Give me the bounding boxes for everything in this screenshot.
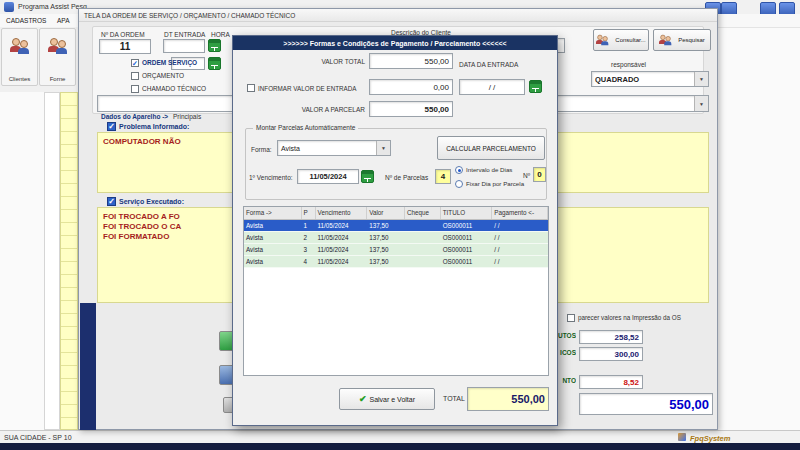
- service-label: Serviço Executado:: [119, 198, 184, 205]
- toolbar-clientes-button[interactable]: Clientes: [1, 28, 38, 86]
- tab-main[interactable]: Principais: [173, 113, 201, 120]
- ordem-servico-checkbox[interactable]: ✓: [131, 59, 139, 67]
- chamado-tecnico-checkbox[interactable]: [131, 85, 139, 93]
- toolbar-button-label: Clientes: [2, 76, 37, 82]
- table-cell: Avista: [244, 244, 302, 255]
- app-toolbar: Clientes Forne: [0, 27, 78, 92]
- services-total-field: 300,00: [579, 347, 643, 361]
- table-cell: 1: [302, 220, 316, 231]
- parcelas-table-body: Avista111/05/2024137,50OS000011/ /Avista…: [244, 220, 548, 268]
- total-row-label-fragment: NTO: [558, 377, 576, 384]
- valor-total-label: VALOR TOTAL: [273, 58, 365, 65]
- entrada-value-field[interactable]: 0,00: [369, 79, 453, 95]
- table-header[interactable]: Forma ->: [244, 207, 302, 219]
- service-order-titlebar[interactable]: TELA DA ORDEM DE SERVIÇO / ORÇAMENTO / C…: [79, 9, 717, 22]
- intervalo-dias-radio[interactable]: [455, 166, 463, 174]
- table-cell: 11/05/2024: [316, 220, 368, 231]
- table-row[interactable]: Avista211/05/2024137,50OS000011/ /: [244, 232, 548, 244]
- table-header[interactable]: TITULO: [441, 207, 493, 219]
- calendar-icon[interactable]: [208, 57, 221, 70]
- parcelas-table-header: Forma ->PVencimentoValorChequeTITULOPaga…: [244, 207, 548, 220]
- problem-checkbox[interactable]: ✓: [107, 122, 116, 131]
- table-header[interactable]: Pagamento <-: [492, 207, 548, 219]
- table-cell: / /: [492, 244, 548, 255]
- entry-date-label: DT ENTRADA: [164, 31, 205, 38]
- hide-values-checkbox[interactable]: [567, 314, 575, 322]
- fixar-dia-radio[interactable]: [455, 180, 463, 188]
- responsible-value: QUADRADO: [595, 75, 639, 84]
- informar-entrada-label: INFORMAR VALOR DE ENTRADA: [258, 85, 357, 92]
- table-header[interactable]: Valor: [367, 207, 405, 219]
- tab-device-data[interactable]: Dados do Aparelho ->: [101, 113, 168, 120]
- table-cell: OS000011: [441, 244, 493, 255]
- table-cell: Avista: [244, 232, 302, 243]
- table-header[interactable]: Vencimento: [316, 207, 368, 219]
- table-cell: 137,50: [367, 220, 405, 231]
- chevron-down-icon[interactable]: ▼: [694, 72, 708, 86]
- payment-modal-titlebar[interactable]: >>>>>> Formas e Condições de Pagamento /…: [233, 36, 557, 50]
- n-label: Nº: [523, 172, 530, 179]
- calcular-parcelamento-button[interactable]: CALCULAR PARCELAMENTO: [437, 136, 545, 160]
- entry-date-field[interactable]: [163, 39, 205, 53]
- vencimento-label: 1º Vencimento:: [249, 174, 293, 181]
- order-number-field[interactable]: 11: [99, 39, 151, 54]
- forma-combo[interactable]: Avista ▼: [277, 140, 391, 156]
- calendar-icon[interactable]: [208, 39, 221, 52]
- toolbar-fornecedores-button[interactable]: Forne: [39, 28, 76, 86]
- calendar-icon[interactable]: [529, 80, 542, 93]
- orcamento-checkbox[interactable]: [131, 72, 139, 80]
- search-button[interactable]: Pesquisar: [653, 29, 711, 51]
- responsible-combo[interactable]: QUADRADO ▼: [591, 71, 709, 87]
- consult-button-label: Consultar...: [615, 37, 645, 43]
- table-cell: 3: [302, 244, 316, 255]
- print-note-label: parecer valores na Impressão da OS: [578, 314, 681, 321]
- table-header[interactable]: Cheque: [405, 207, 441, 219]
- table-cell: OS000011: [441, 232, 493, 243]
- products-total-field: 258,52: [579, 330, 643, 344]
- discount-field: 8,52: [579, 375, 643, 389]
- calendar-icon[interactable]: [361, 170, 374, 183]
- table-row[interactable]: Avista411/05/2024137,50OS000011/ /: [244, 256, 548, 268]
- informar-entrada-checkbox[interactable]: [247, 84, 255, 92]
- statusbar-city: SUA CIDADE - SP 10: [4, 434, 72, 441]
- parcelas-field[interactable]: 4: [435, 169, 451, 184]
- data-entrada-field[interactable]: / /: [459, 79, 525, 95]
- service-checkbox[interactable]: ✓: [107, 197, 116, 206]
- os-taskbar[interactable]: [0, 443, 800, 450]
- fixar-dia-label: Fixar Dia por Parcela: [466, 180, 524, 187]
- left-grid-yellow-column[interactable]: [60, 92, 78, 430]
- valor-total-field[interactable]: 550,00: [369, 53, 453, 69]
- table-cell: [405, 244, 441, 255]
- parcelas-table[interactable]: Forma ->PVencimentoValorChequeTITULOPaga…: [243, 206, 549, 376]
- table-header[interactable]: P: [302, 207, 316, 219]
- entry-hour-label: HORA: [211, 31, 230, 38]
- payment-modal: >>>>>> Formas e Condições de Pagamento /…: [232, 35, 558, 426]
- table-cell: 137,50: [367, 244, 405, 255]
- table-cell: 11/05/2024: [316, 232, 368, 243]
- check-icon: ✓: [108, 122, 115, 131]
- data-entrada-label: DATA DA ENTRADA: [459, 61, 518, 68]
- chevron-down-icon[interactable]: ▼: [694, 96, 708, 111]
- desktop: Programa Assist Pesq CADASTROS APA Clien…: [0, 0, 800, 450]
- person-search-icon: [596, 35, 606, 45]
- menu-apa[interactable]: APA: [57, 17, 70, 24]
- fpqsystem-logo: [678, 433, 686, 441]
- save-return-button[interactable]: ✔ Salvar e Voltar: [339, 388, 435, 410]
- table-cell: 2: [302, 232, 316, 243]
- chevron-down-icon[interactable]: ▼: [376, 141, 390, 155]
- table-row[interactable]: Avista111/05/2024137,50OS000011/ /: [244, 220, 548, 232]
- consult-button[interactable]: Consultar...: [593, 29, 649, 51]
- table-row[interactable]: Avista311/05/2024137,50OS000011/ /: [244, 244, 548, 256]
- total-row-label-fragment: UTOS: [558, 332, 576, 339]
- menu-cadastros[interactable]: CADASTROS: [6, 17, 46, 24]
- chamado-tecnico-label: CHAMADO TÉCNICO: [142, 85, 206, 92]
- people-icon: [10, 38, 30, 54]
- responsible-label: responsável: [611, 61, 646, 68]
- problem-text: COMPUTADOR NÃO: [103, 137, 181, 148]
- valor-parcelar-field[interactable]: 550,00: [369, 101, 453, 117]
- app-icon: [4, 2, 14, 12]
- auto-parcelas-title: Montar Parcelas Automáticamente: [253, 124, 358, 131]
- people-icon: [48, 38, 68, 54]
- vencimento-field[interactable]: 11/05/2024: [297, 169, 359, 184]
- n-field[interactable]: 0: [533, 167, 546, 182]
